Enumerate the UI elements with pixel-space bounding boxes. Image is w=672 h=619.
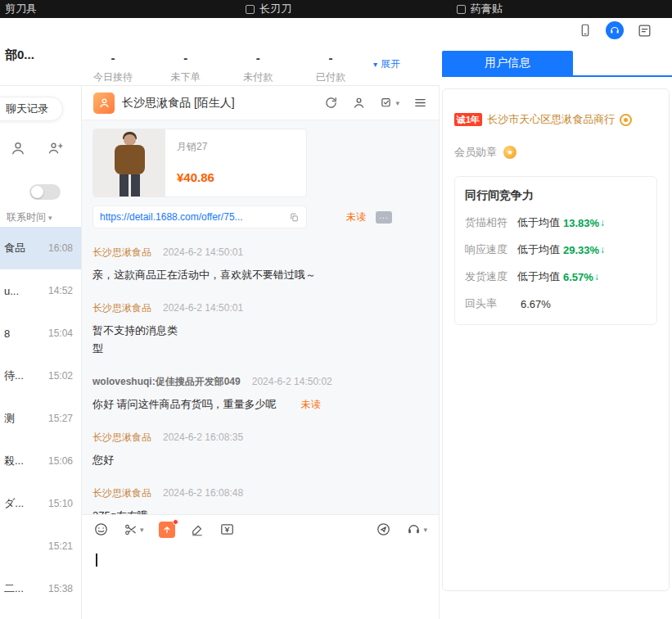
conversation-row[interactable]: 殺... 15:06 (0, 440, 81, 482)
message-more-icon[interactable]: ... (376, 211, 392, 224)
message-time: 2024-6-2 16:08:48 (163, 487, 243, 499)
customer-service-icon[interactable] (606, 21, 624, 39)
shop-name-link[interactable]: 长沙市天心区思湫食品商行 (487, 112, 615, 127)
image-upload-icon[interactable] (159, 522, 175, 538)
task-plan-icon[interactable]: ▾ (380, 96, 399, 110)
metric-value: 6.67% (521, 298, 551, 310)
expand-label: 展开 (381, 57, 400, 71)
contact-person-icon[interactable] (10, 140, 26, 156)
tab-underline (442, 75, 672, 77)
conversation-time: 15:10 (48, 498, 73, 509)
conversation-row[interactable]: 食品 16:08 (0, 227, 81, 269)
signature-pen-icon[interactable] (190, 522, 205, 537)
conversation-time: 15:27 (48, 413, 73, 424)
menu-icon[interactable] (413, 96, 427, 110)
stats-bar: - 今日接待 - 未下单 - 未付款 - 已付款 (92, 51, 352, 84)
app-window: 剪刀具 长刃刀 药膏贴 部0... - (0, 0, 672, 619)
contact-time-label: 联系时间 (7, 210, 46, 224)
tab-user-info[interactable]: 用户信息 (442, 51, 573, 75)
background-window-strip: 剪刀具 长刃刀 药膏贴 (0, 0, 672, 18)
expand-button[interactable]: ▾ 展开 (373, 57, 400, 71)
conversation-name: 殺... (4, 454, 24, 468)
background-product-item: 药膏贴 (457, 0, 503, 18)
message-header: 长沙思湫食品 2024-6-2 14:50:01 (92, 246, 428, 260)
stat-label: 未下单 (165, 70, 207, 84)
background-product-label: 药膏贴 (471, 2, 503, 16)
message-group: 长沙思湫食品 2024-6-2 16:08:48 375g左右哦 (92, 486, 428, 514)
member-medal-label: 会员勋章 (454, 145, 497, 160)
note-edit-icon[interactable] (637, 23, 652, 38)
message-text-content: 亲，这款商品正在活动中，喜欢就不要错过哦～ (92, 269, 316, 281)
competitiveness-title: 同行间竞争力 (465, 188, 647, 203)
quick-send-icon[interactable] (376, 522, 391, 537)
message-text-content: 你好 请问这件商品有货吗，重量多少呢 (92, 398, 277, 410)
stat-label: 已付款 (309, 70, 352, 84)
background-product-item: 剪刀具 (5, 0, 37, 18)
screenshot-scissors-icon[interactable]: ▾ (124, 522, 144, 537)
message-time: 2024-6-2 16:08:35 (163, 431, 243, 443)
product-card[interactable]: 月销27 ¥40.86 (92, 129, 307, 197)
conversation-row[interactable]: 测 15:27 (0, 397, 81, 440)
headset-service-icon[interactable]: ▾ (406, 522, 427, 537)
stat-value: - (92, 51, 134, 65)
conversation-row[interactable]: 8 15:04 (0, 312, 81, 355)
metric-value: 13.83% (563, 217, 599, 229)
product-link-card[interactable]: https://detail.1688.com/offer/75... (92, 206, 307, 228)
copy-icon[interactable] (289, 212, 300, 223)
product-info: 月销27 ¥40.86 (165, 129, 226, 197)
conversation-row[interactable]: u... 14:52 (0, 269, 81, 312)
contact-avatar[interactable] (93, 93, 115, 114)
unread-status: 未读 (346, 210, 366, 224)
checkbox[interactable] (457, 5, 466, 14)
stat-item: - 已付款 (309, 51, 352, 84)
contact-time-sort[interactable]: 联系时间 ▾ (7, 210, 52, 224)
sidebar-icons (10, 140, 64, 156)
metric-prefix: 低于均值 (517, 215, 560, 230)
message-text-content: 您好 (92, 454, 114, 466)
metric-value: 29.33% (563, 244, 599, 256)
conversation-name: ダ... (4, 496, 24, 511)
product-link[interactable]: https://detail.1688.com/offer/75... (100, 211, 289, 223)
conversation-row[interactable]: ダ... 15:10 (0, 482, 81, 525)
chat-title: 长沙思湫食品 [陌生人] (122, 96, 235, 111)
message-group: 长沙思湫食品 2024-6-2 14:50:01 暂不支持的消息类 型 (92, 301, 428, 358)
metric-label: 发货速度 (465, 269, 517, 284)
conversation-list: 食品 16:08 u... 14:52 8 15:04 待... 15:02 (0, 227, 81, 610)
background-product-label: 长刃刀 (259, 2, 291, 16)
message-sender: 长沙思湫食品 (92, 301, 151, 315)
group-title: 部0... (5, 47, 34, 63)
metric-trend-arrow: ↓ (594, 271, 599, 282)
status-toggle[interactable] (29, 184, 61, 200)
conversation-time: 15:06 (48, 455, 73, 467)
link-message-row: https://detail.1688.com/offer/75... 未读 .… (92, 206, 428, 228)
metric-trend-arrow: ↓ (600, 244, 605, 255)
checkbox[interactable] (246, 5, 255, 14)
conversation-row[interactable]: 15:21 (0, 525, 81, 567)
mobile-icon[interactable] (578, 22, 593, 38)
contact-profile-icon[interactable] (352, 96, 366, 110)
conversation-name: 测 (4, 411, 15, 426)
message-header: woloveshuqi:促佳搜品开发部049 2024-6-2 14:50:02 (92, 375, 428, 389)
toolbar-right-icons: ▾ (376, 522, 427, 537)
group-contacts-icon[interactable] (47, 140, 64, 156)
conversation-name: 食品 (4, 241, 25, 255)
message-sender: 长沙思湫食品 (92, 486, 151, 500)
refresh-icon[interactable] (324, 96, 338, 110)
conversation-time: 15:38 (48, 583, 73, 594)
chat-header: 长沙思湫食品 [陌生人] ▾ (82, 86, 439, 120)
emoji-icon[interactable] (93, 522, 109, 537)
message-input[interactable] (82, 544, 439, 619)
conversation-row[interactable]: 待... 15:02 (0, 355, 81, 397)
message-sender: 长沙思湫食品 (92, 431, 151, 445)
text-caret (96, 553, 97, 567)
chat-history-search[interactable]: 聊天记录 (0, 97, 63, 121)
message-area: 月销27 ¥40.86 https://detail.1688.com/offe… (82, 120, 439, 514)
conversation-name: 二... (4, 581, 24, 596)
toggle-knob (31, 186, 43, 198)
message-header: 长沙思湫食品 2024-6-2 14:50:01 (92, 301, 428, 315)
payment-yuan-icon[interactable] (219, 522, 235, 537)
conversation-time: 14:52 (48, 285, 73, 296)
conversation-row[interactable]: 二... 15:38 (0, 567, 81, 610)
metric-row: 回头率 6.67% (465, 296, 647, 311)
medal-row: 会员勋章 ★ (454, 145, 657, 160)
